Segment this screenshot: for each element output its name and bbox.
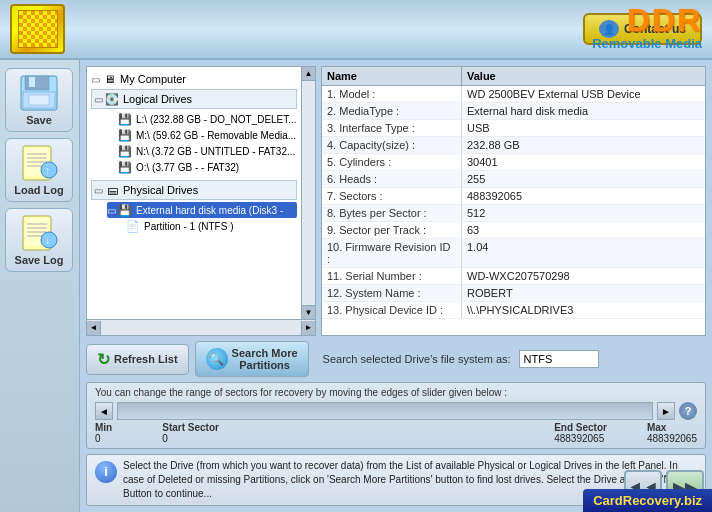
details-cell-value: 30401 (462, 154, 705, 170)
details-cell-value: 63 (462, 222, 705, 238)
details-row: 6. Heads : 255 (322, 171, 705, 188)
details-row: 9. Sector per Track : 63 (322, 222, 705, 239)
details-cell-name: 8. Bytes per Sector : (322, 205, 462, 221)
tree-scroll-area[interactable]: ▭ 🖥 My Computer ▭ 💽 Logical Drives (87, 67, 301, 319)
scroll-up[interactable]: ▲ (302, 67, 315, 81)
details-cell-value: USB (462, 120, 705, 136)
details-row: 7. Sectors : 488392065 (322, 188, 705, 205)
filesystem-input[interactable] (519, 350, 599, 368)
details-row: 13. Physical Device ID : \\.\PHYSICALDRI… (322, 302, 705, 319)
details-row: 2. MediaType : External hard disk media (322, 103, 705, 120)
partition-label: Partition - 1 (NTFS ) (144, 221, 233, 232)
range-end: End Sector 488392065 (554, 422, 607, 444)
min-label: Min (95, 422, 112, 433)
help-icon[interactable]: ? (679, 402, 697, 420)
tree-disk3[interactable]: ▭ 💾 External hard disk media (Disk3 - (107, 202, 297, 218)
scroll-right[interactable]: ► (301, 321, 315, 335)
end-label: End Sector (554, 422, 607, 433)
svg-rect-1 (25, 76, 49, 90)
details-cell-value: 255 (462, 171, 705, 187)
main-area: Save ↑ Load Log (0, 60, 712, 512)
range-group-left: Min 0 Start Sector 0 (95, 422, 219, 444)
details-row: 10. Firmware Revision ID : 1.04 (322, 239, 705, 268)
logical-toggle[interactable]: ▭ (94, 94, 104, 105)
ddr-title-block: DDR Removable Media (592, 4, 702, 51)
details-cell-name: 2. MediaType : (322, 103, 462, 119)
start-value: 0 (162, 433, 168, 444)
tree-toggle-root[interactable]: ▭ (91, 74, 101, 85)
drive-tree: ▭ 🖥 My Computer ▭ 💽 Logical Drives (86, 66, 316, 336)
search-partitions-icon: 🔍 (206, 348, 228, 370)
details-cell-name: 4. Capacity(size) : (322, 137, 462, 153)
save-log-button[interactable]: ↓ Save Log (5, 208, 73, 272)
max-label: Max (647, 422, 666, 433)
card-recovery-suffix: .biz (680, 493, 702, 508)
checker-logo (18, 10, 58, 48)
save-icon (19, 74, 59, 112)
tree-drive-m[interactable]: 💾 M:\ (59.62 GB - Removable Media... (107, 127, 297, 143)
header: 👤 Contact us DDR Removable Media (0, 0, 712, 60)
slider-track[interactable] (117, 402, 653, 420)
save-log-icon: ↓ (19, 214, 59, 252)
details-cell-name: 3. Interface Type : (322, 120, 462, 136)
svg-rect-4 (29, 95, 49, 105)
details-row: 5. Cylinders : 30401 (322, 154, 705, 171)
slider-right-btn[interactable]: ► (657, 402, 675, 420)
drive-o-icon: 💾 (117, 160, 133, 174)
details-cell-name: 9. Sector per Track : (322, 222, 462, 238)
tree-root[interactable]: ▭ 🖥 My Computer (91, 71, 297, 87)
details-cell-name: 5. Cylinders : (322, 154, 462, 170)
search-partitions-button[interactable]: 🔍 Search More Partitions (195, 341, 309, 377)
disk3-label: External hard disk media (Disk3 - (136, 205, 283, 216)
info-icon: i (95, 461, 117, 483)
logo (10, 4, 65, 54)
save-button[interactable]: Save (5, 68, 73, 132)
refresh-button[interactable]: ↻ Refresh List (86, 344, 189, 375)
drive-n-label: N:\ (3.72 GB - UNTITLED - FAT32... (136, 146, 295, 157)
tree-drive-o[interactable]: 💾 O:\ (3.77 GB - - FAT32) (107, 159, 297, 175)
logical-drives-header[interactable]: ▭ 💽 Logical Drives (91, 89, 297, 109)
tree-drive-n[interactable]: 💾 N:\ (3.72 GB - UNTITLED - FAT32... (107, 143, 297, 159)
partition-icon: 📄 (125, 219, 141, 233)
tree-drive-l[interactable]: 💾 L:\ (232.88 GB - DO_NOT_DELET... (107, 111, 297, 127)
details-cell-value: WD-WXC207570298 (462, 268, 705, 284)
ddr-text: DDR (592, 4, 702, 36)
details-cell-value: 232.88 GB (462, 137, 705, 153)
details-cell-value: WD 2500BEV External USB Device (462, 86, 705, 102)
slider-section: You can change the range of sectors for … (86, 382, 706, 449)
refresh-label: Refresh List (114, 353, 178, 365)
drive-l-label: L:\ (232.88 GB - DO_NOT_DELET... (136, 114, 297, 125)
drive-l-icon: 💾 (117, 112, 133, 126)
filesystem-row: Search selected Drive's file system as: (323, 350, 706, 368)
details-cell-value: 488392065 (462, 188, 705, 204)
details-cell-value: 1.04 (462, 239, 705, 267)
scroll-down[interactable]: ▼ (302, 305, 315, 319)
svg-rect-2 (29, 77, 35, 87)
range-max: Max 488392065 (647, 422, 697, 444)
logical-drives-label: Logical Drives (123, 93, 192, 105)
details-cell-value: 512 (462, 205, 705, 221)
tree-partition-1[interactable]: 📄 Partition - 1 (NTFS ) (115, 218, 297, 234)
load-log-icon: ↑ (19, 144, 59, 182)
col-name-header: Name (322, 67, 462, 85)
save-log-label: Save Log (15, 254, 64, 266)
physical-drives-header[interactable]: ▭ 🖴 Physical Drives (91, 180, 297, 200)
sidebar: Save ↑ Load Log (0, 60, 80, 512)
slider-left-btn[interactable]: ◄ (95, 402, 113, 420)
details-cell-name: 6. Heads : (322, 171, 462, 187)
details-cell-name: 13. Physical Device ID : (322, 302, 462, 318)
details-panel: Name Value 1. Model : WD 2500BEV Externa… (321, 66, 706, 336)
drive-m-icon: 💾 (117, 128, 133, 142)
details-row: 3. Interface Type : USB (322, 120, 705, 137)
range-labels: Min 0 Start Sector 0 End Sector 48839206… (95, 422, 697, 444)
save-label: Save (26, 114, 52, 126)
tree-vertical-scrollbar[interactable]: ▲ ▼ (301, 67, 315, 319)
details-row: 4. Capacity(size) : 232.88 GB (322, 137, 705, 154)
range-min: Min 0 (95, 422, 112, 444)
slider-description: You can change the range of sectors for … (95, 387, 697, 398)
scroll-left[interactable]: ◄ (87, 321, 101, 335)
tree-horizontal-scrollbar[interactable]: ◄ ► (87, 319, 315, 335)
tree-root-label: My Computer (120, 73, 186, 85)
load-log-button[interactable]: ↑ Load Log (5, 138, 73, 202)
physical-drives-label: Physical Drives (123, 184, 198, 196)
